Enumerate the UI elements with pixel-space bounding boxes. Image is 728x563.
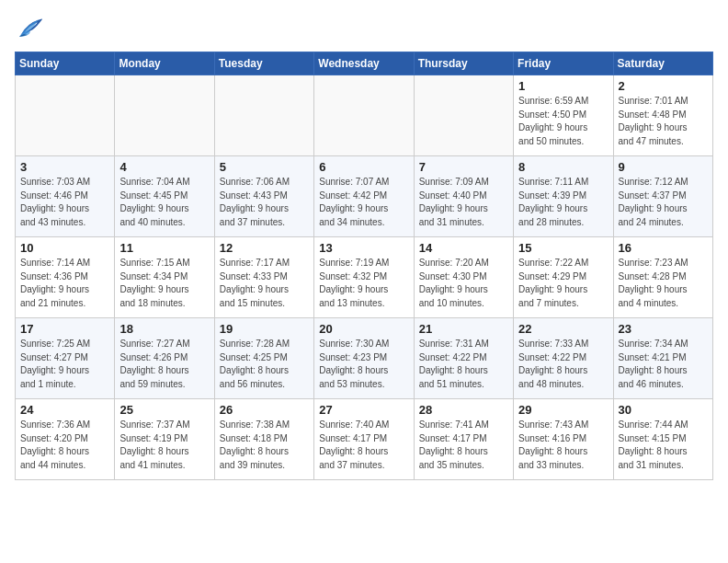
calendar-cell: 28Sunrise: 7:41 AM Sunset: 4:17 PM Dayli… bbox=[414, 399, 513, 480]
calendar-cell: 10Sunrise: 7:14 AM Sunset: 4:36 PM Dayli… bbox=[16, 237, 115, 318]
calendar-week-row: 24Sunrise: 7:36 AM Sunset: 4:20 PM Dayli… bbox=[16, 399, 713, 480]
day-number: 12 bbox=[220, 241, 309, 255]
calendar-cell: 21Sunrise: 7:31 AM Sunset: 4:22 PM Dayli… bbox=[414, 318, 513, 399]
day-number: 1 bbox=[518, 79, 608, 93]
calendar-col-wednesday: Wednesday bbox=[314, 52, 414, 75]
day-number: 16 bbox=[619, 241, 708, 255]
day-info: Sunrise: 7:36 AM Sunset: 4:20 PM Dayligh… bbox=[20, 419, 109, 472]
day-info: Sunrise: 7:27 AM Sunset: 4:26 PM Dayligh… bbox=[119, 338, 209, 391]
day-number: 24 bbox=[20, 403, 109, 417]
calendar-cell: 2Sunrise: 7:01 AM Sunset: 4:48 PM Daylig… bbox=[613, 75, 712, 156]
day-info: Sunrise: 7:40 AM Sunset: 4:17 PM Dayligh… bbox=[319, 419, 408, 472]
calendar-cell: 6Sunrise: 7:07 AM Sunset: 4:42 PM Daylig… bbox=[314, 156, 414, 237]
calendar-header-row: SundayMondayTuesdayWednesdayThursdayFrid… bbox=[16, 52, 713, 75]
day-number: 18 bbox=[119, 322, 209, 336]
day-info: Sunrise: 7:44 AM Sunset: 4:15 PM Dayligh… bbox=[619, 419, 708, 472]
day-number: 20 bbox=[319, 322, 408, 336]
calendar-col-tuesday: Tuesday bbox=[214, 52, 313, 75]
day-info: Sunrise: 7:33 AM Sunset: 4:22 PM Dayligh… bbox=[518, 338, 608, 391]
calendar-col-saturday: Saturday bbox=[613, 52, 712, 75]
calendar-cell: 16Sunrise: 7:23 AM Sunset: 4:28 PM Dayli… bbox=[613, 237, 712, 318]
calendar-cell: 27Sunrise: 7:40 AM Sunset: 4:17 PM Dayli… bbox=[314, 399, 414, 480]
day-number: 8 bbox=[518, 160, 608, 174]
calendar-cell: 9Sunrise: 7:12 AM Sunset: 4:37 PM Daylig… bbox=[613, 156, 712, 237]
calendar-cell bbox=[115, 75, 214, 156]
day-number: 5 bbox=[220, 160, 309, 174]
day-number: 15 bbox=[518, 241, 608, 255]
calendar-cell bbox=[414, 75, 513, 156]
day-info: Sunrise: 7:37 AM Sunset: 4:19 PM Dayligh… bbox=[119, 419, 209, 472]
calendar-col-thursday: Thursday bbox=[414, 52, 513, 75]
calendar-cell: 19Sunrise: 7:28 AM Sunset: 4:25 PM Dayli… bbox=[214, 318, 313, 399]
calendar-cell: 17Sunrise: 7:25 AM Sunset: 4:27 PM Dayli… bbox=[16, 318, 115, 399]
day-number: 25 bbox=[119, 403, 209, 417]
calendar-cell: 1Sunrise: 6:59 AM Sunset: 4:50 PM Daylig… bbox=[514, 75, 613, 156]
day-info: Sunrise: 7:03 AM Sunset: 4:46 PM Dayligh… bbox=[20, 176, 109, 229]
day-info: Sunrise: 7:06 AM Sunset: 4:43 PM Dayligh… bbox=[220, 176, 309, 229]
day-info: Sunrise: 7:30 AM Sunset: 4:23 PM Dayligh… bbox=[319, 338, 408, 391]
day-info: Sunrise: 7:17 AM Sunset: 4:33 PM Dayligh… bbox=[220, 257, 309, 310]
calendar-cell: 8Sunrise: 7:11 AM Sunset: 4:39 PM Daylig… bbox=[514, 156, 613, 237]
day-info: Sunrise: 7:28 AM Sunset: 4:25 PM Dayligh… bbox=[220, 338, 309, 391]
day-info: Sunrise: 7:41 AM Sunset: 4:17 PM Dayligh… bbox=[419, 419, 508, 472]
day-info: Sunrise: 7:20 AM Sunset: 4:30 PM Dayligh… bbox=[419, 257, 508, 310]
day-info: Sunrise: 7:22 AM Sunset: 4:29 PM Dayligh… bbox=[518, 257, 608, 310]
day-info: Sunrise: 7:34 AM Sunset: 4:21 PM Dayligh… bbox=[619, 338, 708, 391]
day-number: 14 bbox=[419, 241, 508, 255]
day-info: Sunrise: 7:07 AM Sunset: 4:42 PM Dayligh… bbox=[319, 176, 408, 229]
day-info: Sunrise: 7:19 AM Sunset: 4:32 PM Dayligh… bbox=[319, 257, 408, 310]
calendar-cell: 13Sunrise: 7:19 AM Sunset: 4:32 PM Dayli… bbox=[314, 237, 414, 318]
calendar-cell: 26Sunrise: 7:38 AM Sunset: 4:18 PM Dayli… bbox=[214, 399, 313, 480]
calendar-cell: 4Sunrise: 7:04 AM Sunset: 4:45 PM Daylig… bbox=[115, 156, 214, 237]
calendar-cell: 18Sunrise: 7:27 AM Sunset: 4:26 PM Dayli… bbox=[115, 318, 214, 399]
day-info: Sunrise: 7:43 AM Sunset: 4:16 PM Dayligh… bbox=[518, 419, 608, 472]
calendar-col-sunday: Sunday bbox=[16, 52, 115, 75]
calendar-cell: 25Sunrise: 7:37 AM Sunset: 4:19 PM Dayli… bbox=[115, 399, 214, 480]
calendar-col-monday: Monday bbox=[115, 52, 214, 75]
day-info: Sunrise: 7:04 AM Sunset: 4:45 PM Dayligh… bbox=[119, 176, 209, 229]
calendar-cell: 12Sunrise: 7:17 AM Sunset: 4:33 PM Dayli… bbox=[214, 237, 313, 318]
day-number: 9 bbox=[619, 160, 708, 174]
day-info: Sunrise: 7:23 AM Sunset: 4:28 PM Dayligh… bbox=[619, 257, 708, 310]
day-info: Sunrise: 7:31 AM Sunset: 4:22 PM Dayligh… bbox=[419, 338, 508, 391]
day-number: 10 bbox=[20, 241, 109, 255]
day-number: 3 bbox=[20, 160, 109, 174]
day-number: 6 bbox=[319, 160, 408, 174]
day-info: Sunrise: 7:01 AM Sunset: 4:48 PM Dayligh… bbox=[619, 95, 708, 148]
calendar-cell: 11Sunrise: 7:15 AM Sunset: 4:34 PM Dayli… bbox=[115, 237, 214, 318]
calendar-cell: 30Sunrise: 7:44 AM Sunset: 4:15 PM Dayli… bbox=[613, 399, 712, 480]
calendar-week-row: 1Sunrise: 6:59 AM Sunset: 4:50 PM Daylig… bbox=[16, 75, 713, 156]
logo-icon bbox=[15, 15, 42, 42]
day-number: 17 bbox=[20, 322, 109, 336]
day-number: 26 bbox=[220, 403, 309, 417]
calendar-cell bbox=[214, 75, 313, 156]
day-number: 11 bbox=[119, 241, 209, 255]
day-number: 19 bbox=[220, 322, 309, 336]
header bbox=[15, 15, 713, 42]
day-number: 13 bbox=[319, 241, 408, 255]
calendar-cell: 3Sunrise: 7:03 AM Sunset: 4:46 PM Daylig… bbox=[16, 156, 115, 237]
day-info: Sunrise: 7:11 AM Sunset: 4:39 PM Dayligh… bbox=[518, 176, 608, 229]
day-number: 4 bbox=[119, 160, 209, 174]
day-number: 22 bbox=[518, 322, 608, 336]
day-number: 29 bbox=[518, 403, 608, 417]
day-info: Sunrise: 7:12 AM Sunset: 4:37 PM Dayligh… bbox=[619, 176, 708, 229]
calendar-cell: 24Sunrise: 7:36 AM Sunset: 4:20 PM Dayli… bbox=[16, 399, 115, 480]
day-number: 21 bbox=[419, 322, 508, 336]
calendar-table: SundayMondayTuesdayWednesdayThursdayFrid… bbox=[15, 52, 713, 480]
day-info: Sunrise: 7:25 AM Sunset: 4:27 PM Dayligh… bbox=[20, 338, 109, 391]
day-info: Sunrise: 7:14 AM Sunset: 4:36 PM Dayligh… bbox=[20, 257, 109, 310]
calendar-cell bbox=[314, 75, 414, 156]
day-info: Sunrise: 6:59 AM Sunset: 4:50 PM Dayligh… bbox=[518, 95, 608, 148]
page-container: SundayMondayTuesdayWednesdayThursdayFrid… bbox=[0, 0, 728, 489]
day-info: Sunrise: 7:15 AM Sunset: 4:34 PM Dayligh… bbox=[119, 257, 209, 310]
calendar-cell: 7Sunrise: 7:09 AM Sunset: 4:40 PM Daylig… bbox=[414, 156, 513, 237]
day-info: Sunrise: 7:38 AM Sunset: 4:18 PM Dayligh… bbox=[220, 419, 309, 472]
calendar-cell: 29Sunrise: 7:43 AM Sunset: 4:16 PM Dayli… bbox=[514, 399, 613, 480]
calendar-col-friday: Friday bbox=[514, 52, 613, 75]
logo bbox=[15, 15, 46, 42]
calendar-cell: 23Sunrise: 7:34 AM Sunset: 4:21 PM Dayli… bbox=[613, 318, 712, 399]
day-number: 7 bbox=[419, 160, 508, 174]
calendar-week-row: 3Sunrise: 7:03 AM Sunset: 4:46 PM Daylig… bbox=[16, 156, 713, 237]
day-number: 27 bbox=[319, 403, 408, 417]
